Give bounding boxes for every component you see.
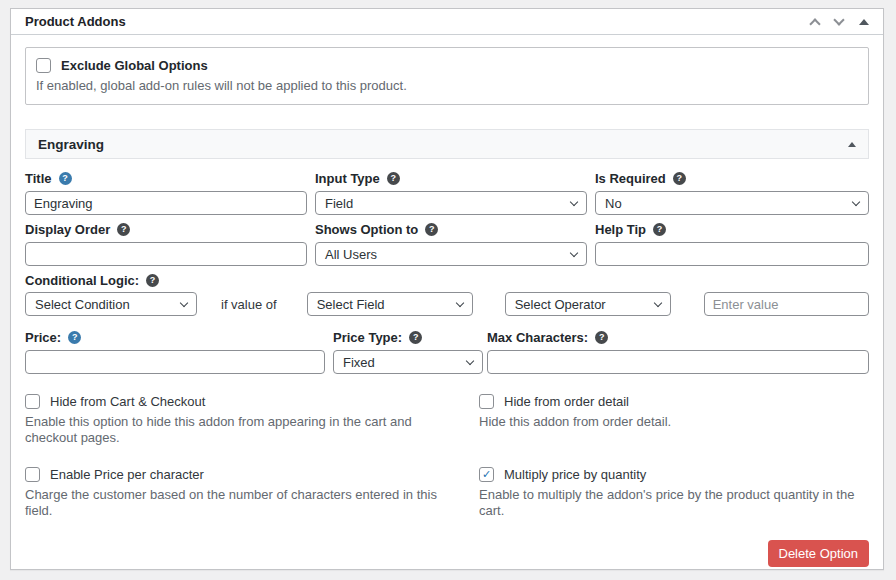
hide-order-checkbox[interactable]: ✓ xyxy=(479,394,494,409)
shows-option-to-label-row: Shows Option to xyxy=(315,222,587,237)
condition-value-input[interactable] xyxy=(704,292,869,316)
move-down-icon[interactable] xyxy=(833,14,844,25)
help-icon[interactable] xyxy=(425,223,438,236)
addon-collapse-icon[interactable] xyxy=(848,142,856,147)
metabox-actions xyxy=(811,16,869,28)
form-row-2: Display Order Shows Option to All Users xyxy=(25,222,869,266)
exclude-global-options-box: ✓ Exclude Global Options If enabled, glo… xyxy=(25,47,869,105)
help-icon[interactable] xyxy=(653,223,666,236)
is-required-value: No xyxy=(605,196,622,211)
display-order-input[interactable] xyxy=(25,242,307,266)
display-order-label-row: Display Order xyxy=(25,222,307,237)
delete-row: Delete Option xyxy=(25,540,869,567)
addon-section: Engraving Title Input Type xyxy=(25,129,869,567)
field-select[interactable]: Select Field xyxy=(307,292,473,316)
chevron-down-icon xyxy=(570,197,578,205)
metabox-header: Product Addons xyxy=(11,9,883,35)
metabox-title: Product Addons xyxy=(25,14,126,29)
shows-option-to-label: Shows Option to xyxy=(315,222,418,237)
if-value-of-text: if value of xyxy=(221,297,277,312)
shows-option-to-value: All Users xyxy=(325,247,377,262)
shows-option-to-select[interactable]: All Users xyxy=(315,242,587,266)
multiply-qty-description: Enable to multiply the addon's price by … xyxy=(479,487,869,519)
hide-cart-label[interactable]: Hide from Cart & Checkout xyxy=(50,394,205,409)
field-value: Select Field xyxy=(317,297,385,312)
chevron-down-icon xyxy=(466,356,474,364)
chevron-down-icon xyxy=(180,298,188,306)
hide-order-label[interactable]: Hide from order detail xyxy=(504,394,629,409)
operator-value: Select Operator xyxy=(515,297,606,312)
help-icon[interactable] xyxy=(117,223,130,236)
price-label-row: Price: xyxy=(25,330,325,345)
exclude-global-options-description: If enabled, global add-on rules will not… xyxy=(36,78,858,94)
chevron-down-icon xyxy=(852,197,860,205)
help-icon[interactable] xyxy=(387,172,400,185)
title-label: Title xyxy=(25,171,52,186)
help-tip-label-row: Help Tip xyxy=(595,222,869,237)
chevron-down-icon xyxy=(455,298,463,306)
help-icon[interactable] xyxy=(146,274,159,287)
check-icon: ✓ xyxy=(482,469,491,480)
max-characters-label: Max Characters: xyxy=(487,330,588,345)
price-label: Price: xyxy=(25,330,61,345)
toggle-hide-cart: ✓ Hide from Cart & Checkout Enable this … xyxy=(25,394,479,446)
hide-cart-description: Enable this option to hide this addon fr… xyxy=(25,414,455,446)
conditional-logic-label: Conditional Logic: xyxy=(25,273,139,288)
delete-option-button[interactable]: Delete Option xyxy=(768,540,870,567)
help-icon[interactable] xyxy=(595,331,608,344)
form-row-1: Title Input Type Field xyxy=(25,171,869,215)
display-order-label: Display Order xyxy=(25,222,110,237)
input-type-label-row: Input Type xyxy=(315,171,587,186)
addon-title: Engraving xyxy=(38,137,104,152)
price-per-char-label[interactable]: Enable Price per character xyxy=(50,467,204,482)
title-input[interactable] xyxy=(25,191,307,215)
title-label-row: Title xyxy=(25,171,307,186)
price-row: Price: Price Type: Fixed xyxy=(25,330,869,374)
hide-cart-checkbox[interactable]: ✓ xyxy=(25,394,40,409)
price-type-value: Fixed xyxy=(343,355,375,370)
multiply-qty-checkbox[interactable]: ✓ xyxy=(479,467,494,482)
toggle-hide-order: ✓ Hide from order detail Hide this addon… xyxy=(479,394,869,446)
price-per-char-checkbox[interactable]: ✓ xyxy=(25,467,40,482)
move-up-icon[interactable] xyxy=(809,18,820,29)
help-icon[interactable] xyxy=(68,331,81,344)
toggle-multiply-qty: ✓ Multiply price by quantity Enable to m… xyxy=(479,467,869,519)
price-type-label: Price Type: xyxy=(333,330,402,345)
max-characters-label-row: Max Characters: xyxy=(487,330,869,345)
price-type-label-row: Price Type: xyxy=(333,330,483,345)
condition-select[interactable]: Select Condition xyxy=(25,292,197,316)
help-icon[interactable] xyxy=(59,172,72,185)
help-icon[interactable] xyxy=(409,331,422,344)
product-addons-metabox: Product Addons ✓ Exclude Global Options … xyxy=(10,8,884,570)
toggles-row-1: ✓ Hide from Cart & Checkout Enable this … xyxy=(25,394,869,446)
input-type-label: Input Type xyxy=(315,171,380,186)
metabox-body: ✓ Exclude Global Options If enabled, glo… xyxy=(11,35,883,570)
hide-order-description: Hide this addon from order detail. xyxy=(479,414,869,430)
toggles-row-2: ✓ Enable Price per character Charge the … xyxy=(25,467,869,519)
help-icon[interactable] xyxy=(673,172,686,185)
is-required-label: Is Required xyxy=(595,171,666,186)
input-type-select[interactable]: Field xyxy=(315,191,587,215)
exclude-global-options-row: ✓ Exclude Global Options xyxy=(36,58,858,73)
exclude-global-options-checkbox[interactable]: ✓ xyxy=(36,58,51,73)
operator-select[interactable]: Select Operator xyxy=(505,292,671,316)
chevron-down-icon xyxy=(570,248,578,256)
price-input[interactable] xyxy=(25,350,325,374)
collapse-toggle-icon[interactable] xyxy=(859,19,869,25)
addon-header[interactable]: Engraving xyxy=(25,129,869,159)
conditional-logic-label-row: Conditional Logic: xyxy=(25,273,869,288)
price-per-char-description: Charge the customer based on the number … xyxy=(25,487,455,519)
max-characters-input[interactable] xyxy=(487,350,869,374)
help-tip-input[interactable] xyxy=(595,242,869,266)
help-tip-label: Help Tip xyxy=(595,222,646,237)
conditional-logic-row: Select Condition if value of Select Fiel… xyxy=(25,292,869,316)
chevron-down-icon xyxy=(653,298,661,306)
price-type-select[interactable]: Fixed xyxy=(333,350,483,374)
toggle-price-per-char: ✓ Enable Price per character Charge the … xyxy=(25,467,479,519)
exclude-global-options-label: Exclude Global Options xyxy=(61,58,208,73)
condition-value: Select Condition xyxy=(35,297,130,312)
input-type-value: Field xyxy=(325,196,353,211)
is-required-select[interactable]: No xyxy=(595,191,869,215)
multiply-qty-label[interactable]: Multiply price by quantity xyxy=(504,467,646,482)
is-required-label-row: Is Required xyxy=(595,171,869,186)
